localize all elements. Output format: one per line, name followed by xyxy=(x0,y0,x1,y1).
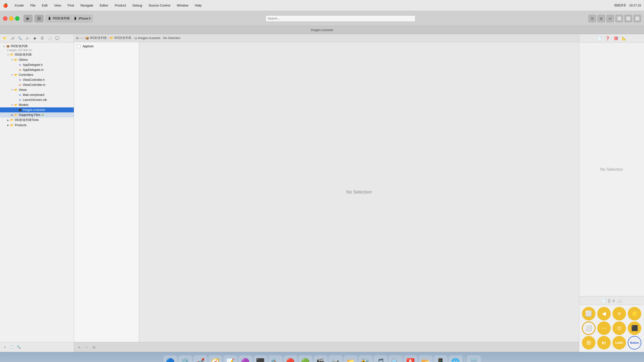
menu-debug[interactable]: Debug xyxy=(132,3,143,8)
fullscreen-button[interactable]: ⬜ xyxy=(633,15,641,22)
asset-item-appicon[interactable]: AppIcon xyxy=(74,43,139,50)
asset-checkbox-appicon[interactable] xyxy=(77,45,81,48)
sidebar-git-icon[interactable]: ⎇ xyxy=(9,36,16,41)
library-item-view[interactable]: ⬜ xyxy=(581,307,596,321)
dock-item-app7[interactable]: 📂 xyxy=(419,355,433,362)
library-objects-icon[interactable]: ⊙ xyxy=(612,299,615,303)
library-code-icon[interactable]: {} xyxy=(608,299,610,303)
maximize-button[interactable] xyxy=(15,16,20,21)
library-item-box[interactable]: ⬛ xyxy=(627,321,642,335)
nav-back-icon[interactable]: ‹ xyxy=(80,36,81,40)
sidebar-item-viewcontroller-h[interactable]: h ViewController.h xyxy=(0,77,74,82)
sidebar-item-launchscreen-xib[interactable]: ◉ LaunchScreen.xib xyxy=(0,97,74,102)
sidebar-item-appdelegate-h[interactable]: h AppDelegate.h xyxy=(0,62,74,67)
sidebar-item-appdelegate-m[interactable]: m AppDelegate.m xyxy=(0,67,74,72)
sidebar-item-products[interactable]: ▶ 📂 Products xyxy=(0,123,74,128)
sidebar-item-images-xcassets[interactable]: ⬛ Images.xcassets xyxy=(0,107,74,112)
file-inspector-icon[interactable]: 📄 xyxy=(597,36,601,40)
dock-item-onenote[interactable]: 🟣 xyxy=(238,355,252,362)
dock-item-xcode-app[interactable]: 🔨 xyxy=(268,355,282,362)
search-input[interactable] xyxy=(265,15,416,22)
library-item-collection[interactable]: ⭐ xyxy=(627,307,642,321)
menu-product[interactable]: Product xyxy=(114,3,127,8)
sidebar-folder-icon[interactable]: 📁 xyxy=(2,36,8,41)
sidebar-item-project[interactable]: ▾ 📦 002好友列表 xyxy=(0,44,74,49)
add-file-button[interactable]: + xyxy=(2,344,8,350)
dock-item-safari[interactable]: 🧭 xyxy=(208,355,222,362)
back-forward-button[interactable]: ⇄ xyxy=(606,15,614,22)
library-item-imageview[interactable]: ⊙ xyxy=(612,321,627,335)
dock-item-system-prefs[interactable]: ⚙️ xyxy=(178,355,192,362)
library-item-button[interactable]: Button xyxy=(627,336,642,350)
grid-view-icon[interactable]: ⊞ xyxy=(76,36,79,40)
library-item-tablecell2[interactable]: ⋯ xyxy=(596,321,611,335)
dock-item-photos[interactable]: 📷 xyxy=(329,355,343,362)
remove-asset-button[interactable]: − xyxy=(84,344,90,350)
menu-edit[interactable]: Edit xyxy=(41,3,49,8)
library-file-icon[interactable]: 📄 xyxy=(602,299,606,303)
menu-navigate[interactable]: Navigate xyxy=(79,3,94,8)
scheme-selector[interactable]: 📱 002好友列表 › 📱 iPhone 6 xyxy=(46,15,93,22)
dock-item-app9[interactable]: 🌐 xyxy=(449,355,463,362)
sidebar-warning-icon[interactable]: ⚠ xyxy=(24,36,31,41)
dock-item-launchpad[interactable]: 🚀 xyxy=(193,355,207,362)
breadcrumb-xcassets[interactable]: 🗂 Images.xcassets xyxy=(134,36,160,40)
sidebar-breakpoint-icon[interactable]: ◆ xyxy=(32,36,38,41)
dock-item-app5[interactable]: 🔍 xyxy=(389,355,403,362)
doc-tab[interactable]: Images.xcassets xyxy=(308,28,336,32)
dock-item-app3[interactable]: 🐝 xyxy=(359,355,373,362)
stop-button[interactable] xyxy=(35,15,44,22)
dock-item-terminal[interactable]: ⬛ xyxy=(253,355,267,362)
split-view-button[interactable]: ⬜ xyxy=(615,15,623,22)
menu-source-control[interactable]: Source Control xyxy=(148,3,171,8)
menu-xcode[interactable]: Xcode xyxy=(14,3,25,8)
close-button[interactable] xyxy=(3,16,8,21)
sidebar-item-viewcontroller-m[interactable]: m ViewController.m xyxy=(0,82,74,87)
menu-view[interactable]: View xyxy=(53,3,62,8)
nav-forward-icon[interactable]: › xyxy=(82,36,83,40)
dock-item-filezilla[interactable]: 📁 xyxy=(344,355,358,362)
add-asset-button[interactable]: + xyxy=(76,344,82,350)
sidebar-comment-icon[interactable]: 💬 xyxy=(54,36,61,41)
dock-item-trash[interactable]: 🗑️ xyxy=(467,355,481,362)
library-item-back[interactable]: ◀ xyxy=(596,307,611,321)
dock-item-movies[interactable]: 🎬 xyxy=(313,355,328,362)
breadcrumb-target[interactable]: 📂 002好友列表 xyxy=(110,36,131,40)
breadcrumb-project-icon[interactable]: 📦 002好友列表 xyxy=(85,36,107,40)
dock-item-app8[interactable]: 📱 xyxy=(434,355,448,362)
help-inspector-icon[interactable]: ❓ xyxy=(605,36,610,40)
dock-item-app1[interactable]: 🔴 xyxy=(283,355,297,362)
library-item-media[interactable]: ⏯ xyxy=(596,336,611,350)
sidebar-item-target-tests[interactable]: ▶ 📂 002好友列表Tests xyxy=(0,117,74,123)
sidebar-item-supporting-files[interactable]: ▶ 📂 Supporting Files ⊕ xyxy=(0,112,74,117)
sidebar-search-icon[interactable]: 🔍 xyxy=(17,36,23,41)
library-media-icon[interactable]: ⬜ xyxy=(617,299,621,303)
menu-find[interactable]: Find xyxy=(67,3,75,8)
sidebar-item-models[interactable]: ▾ 📂 Models xyxy=(0,102,74,107)
clock-button[interactable]: 🕐 xyxy=(9,344,15,350)
layout-button[interactable]: ⊞ xyxy=(597,15,605,22)
dock-item-finder[interactable]: 🔵 xyxy=(163,355,177,362)
dock-item-app2[interactable]: 🟢 xyxy=(298,355,312,362)
sidebar-item-views[interactable]: ▾ 📂 Views xyxy=(0,87,74,92)
library-item-tableview[interactable]: ≡ xyxy=(612,307,627,321)
size-inspector-icon[interactable]: 📐 xyxy=(622,36,626,40)
menu-help[interactable]: Help xyxy=(194,3,203,8)
menu-window[interactable]: Window xyxy=(176,3,189,8)
menu-file[interactable]: File xyxy=(29,3,37,8)
sidebar-item-main-storyboard[interactable]: ◉ Main.storyboard xyxy=(0,92,74,97)
run-button[interactable]: ▶ xyxy=(24,15,33,22)
sidebar-item-others[interactable]: ▾ 📂 Others xyxy=(0,57,74,62)
inspector-toggle-button[interactable]: ⬜ xyxy=(624,15,632,22)
minimize-button[interactable] xyxy=(9,16,14,21)
dock-item-notes[interactable]: 📝 xyxy=(223,355,237,362)
library-item-tablecell[interactable]: ⬜ xyxy=(581,321,596,335)
sidebar-list-icon[interactable]: ☰ xyxy=(39,36,46,41)
navigator-toggle-button[interactable]: ☰ xyxy=(588,15,596,22)
filter-button[interactable]: 🔍 xyxy=(16,344,22,350)
identity-inspector-icon[interactable]: 🎯 xyxy=(614,36,618,40)
sidebar-threads-icon[interactable]: ⬜ xyxy=(47,36,53,41)
menu-editor[interactable]: Editor xyxy=(99,3,109,8)
sidebar-item-controllers[interactable]: ▾ 📂 Controllers xyxy=(0,72,74,77)
apple-menu[interactable]: 🍎 xyxy=(3,3,8,8)
